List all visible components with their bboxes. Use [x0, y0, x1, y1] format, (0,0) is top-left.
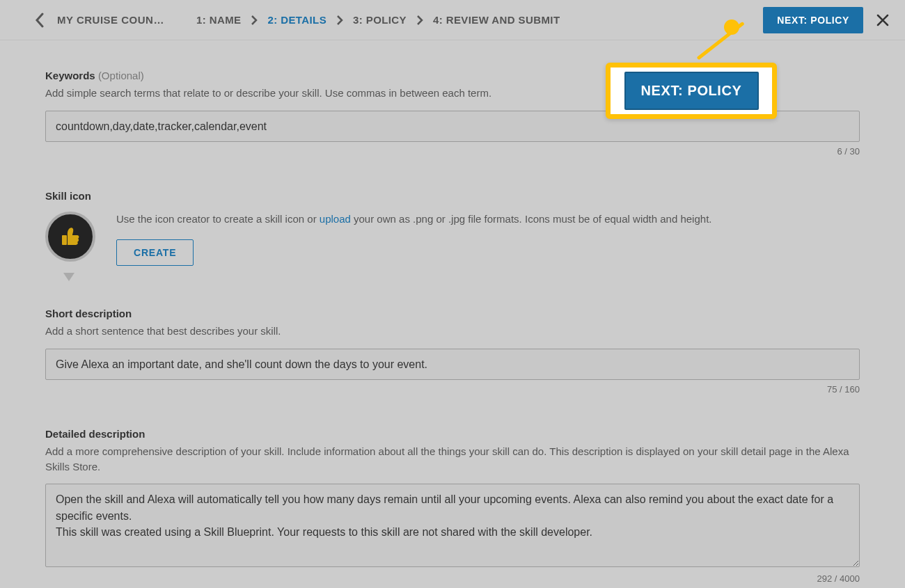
- callout-next-policy-button[interactable]: NEXT: POLICY: [624, 72, 759, 110]
- keywords-optional: (Optional): [98, 70, 144, 81]
- skill-icon-label: Skill icon: [45, 190, 91, 202]
- thumbs-up-icon: [56, 223, 84, 251]
- top-bar: MY CRUISE COUN… 1: NAME 2: DETAILS 3: PO…: [0, 0, 905, 40]
- chevron-right-icon: [336, 15, 343, 26]
- callout-dot-icon: [724, 19, 739, 35]
- next-policy-button[interactable]: NEXT: POLICY: [763, 7, 863, 33]
- upload-link[interactable]: upload: [320, 213, 351, 225]
- detailed-description-section: Detailed description Add a more comprehe…: [45, 428, 860, 585]
- wizard-steps: 1: NAME 2: DETAILS 3: POLICY 4: REVIEW A…: [196, 14, 560, 26]
- skill-icon-help: Use the icon creator to create a skill i…: [116, 212, 860, 227]
- keywords-label: Keywords: [45, 70, 95, 81]
- detailed-desc-counter: 292 / 4000: [45, 573, 860, 584]
- back-chevron-icon[interactable]: [35, 13, 45, 28]
- detailed-desc-textarea[interactable]: [45, 484, 860, 567]
- detailed-desc-label: Detailed description: [45, 428, 145, 440]
- close-icon[interactable]: [876, 13, 890, 27]
- short-desc-label: Short description: [45, 308, 132, 319]
- chevron-right-icon: [416, 15, 423, 26]
- skill-icon-section: Skill icon Use the icon creator to creat…: [45, 190, 860, 274]
- step-policy[interactable]: 3: POLICY: [353, 14, 407, 26]
- short-desc-help: Add a short sentence that best describes…: [45, 324, 860, 339]
- callout-highlight: NEXT: POLICY: [606, 63, 777, 119]
- step-review[interactable]: 4: REVIEW AND SUBMIT: [433, 14, 560, 26]
- skill-icon-preview[interactable]: [45, 212, 101, 274]
- short-description-section: Short description Add a short sentence t…: [45, 308, 860, 395]
- chevron-right-icon: [251, 15, 258, 26]
- create-icon-button[interactable]: CREATE: [116, 239, 194, 266]
- svg-rect-0: [62, 235, 67, 245]
- keywords-counter: 6 / 30: [45, 146, 860, 157]
- step-name[interactable]: 1: NAME: [196, 14, 241, 26]
- form-content: Keywords (Optional) Add simple search te…: [0, 40, 905, 588]
- step-details[interactable]: 2: DETAILS: [267, 14, 326, 26]
- short-desc-counter: 75 / 160: [45, 384, 860, 395]
- detailed-desc-help: Add a more comprehensive description of …: [45, 444, 860, 475]
- short-desc-input[interactable]: [45, 349, 860, 380]
- breadcrumb-title[interactable]: MY CRUISE COUN…: [57, 14, 168, 26]
